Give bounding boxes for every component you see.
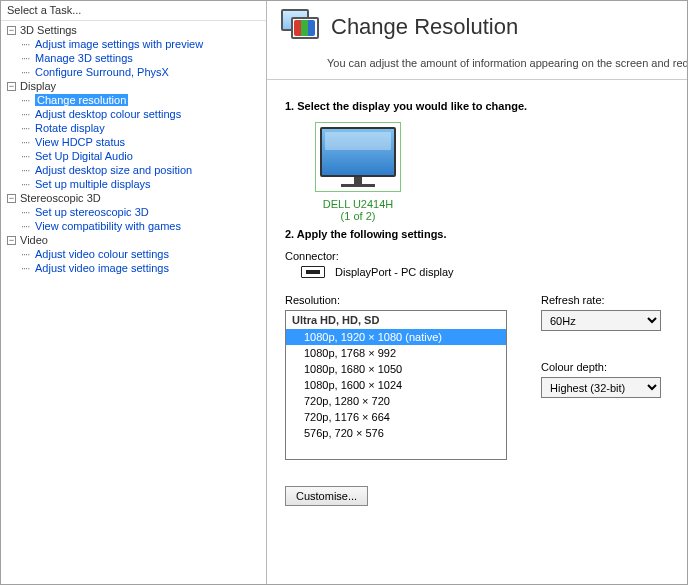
resolution-label: Resolution: xyxy=(285,294,507,306)
colour-depth-select[interactable]: Highest (32-bit) xyxy=(541,377,661,398)
tree-item[interactable]: ····Manage 3D settings xyxy=(21,51,266,65)
resolution-option[interactable]: 720p, 1280 × 720 xyxy=(286,393,506,409)
minus-icon[interactable]: − xyxy=(7,26,16,35)
tree-item[interactable]: ····Adjust desktop colour settings xyxy=(21,107,266,121)
step2-title: 2. Apply the following settings. xyxy=(285,228,687,240)
task-tree: −3D Settings····Adjust image settings wi… xyxy=(1,21,266,584)
tree-item-label: Set up multiple displays xyxy=(35,178,151,190)
tree-item-label: Set up stereoscopic 3D xyxy=(35,206,149,218)
tree-connector-icon: ···· xyxy=(21,122,35,134)
tree-connector-icon: ···· xyxy=(21,262,35,274)
colour-depth-label: Colour depth: xyxy=(541,361,661,373)
tree-item-label: Adjust image settings with preview xyxy=(35,38,203,50)
tree-item-label: View compatibility with games xyxy=(35,220,181,232)
tree-item-label: Rotate display xyxy=(35,122,105,134)
tree-item-label: Adjust desktop colour settings xyxy=(35,108,181,120)
page-title: Change Resolution xyxy=(331,14,518,40)
tree-item[interactable]: ····Adjust image settings with preview xyxy=(21,37,266,51)
tree-group-video[interactable]: −Video xyxy=(3,233,266,247)
tree-item[interactable]: ····Rotate display xyxy=(21,121,266,135)
tree-connector-icon: ···· xyxy=(21,178,35,190)
resolution-listbox[interactable]: Ultra HD, HD, SD 1080p, 1920 × 1080 (nat… xyxy=(285,310,507,460)
resolution-option[interactable]: 576p, 720 × 576 xyxy=(286,425,506,441)
main-header: Change Resolution xyxy=(267,1,687,51)
tree-item-label: Set Up Digital Audio xyxy=(35,150,133,162)
tree-item[interactable]: ····Configure Surround, PhysX xyxy=(21,65,266,79)
resolution-option[interactable]: 1080p, 1680 × 1050 xyxy=(286,361,506,377)
minus-icon[interactable]: − xyxy=(7,194,16,203)
tree-item-label: Change resolution xyxy=(35,94,128,106)
task-sidebar: Select a Task... −3D Settings····Adjust … xyxy=(1,1,267,584)
tree-item-label: Configure Surround, PhysX xyxy=(35,66,169,78)
sidebar-header: Select a Task... xyxy=(1,1,266,21)
change-resolution-icon xyxy=(281,9,321,45)
tree-item-label: Adjust video colour settings xyxy=(35,248,169,260)
tree-item[interactable]: ····Change resolution xyxy=(21,93,266,107)
tree-group-stereoscopic-3d[interactable]: −Stereoscopic 3D xyxy=(3,191,266,205)
resolution-option[interactable]: 720p, 1176 × 664 xyxy=(286,409,506,425)
tree-item[interactable]: ····Adjust video colour settings xyxy=(21,247,266,261)
resolution-option[interactable]: 1080p, 1768 × 992 xyxy=(286,345,506,361)
tree-item[interactable]: ····View HDCP status xyxy=(21,135,266,149)
header-divider xyxy=(267,79,687,80)
display-name: DELL U2414H xyxy=(303,198,413,210)
tree-connector-icon: ···· xyxy=(21,66,35,78)
tree-item[interactable]: ····View compatibility with games xyxy=(21,219,266,233)
content-area: 1. Select the display you would like to … xyxy=(267,94,687,506)
tree-connector-icon: ···· xyxy=(21,150,35,162)
page-subtitle: You can adjust the amount of information… xyxy=(267,51,687,79)
tree-item[interactable]: ····Adjust desktop size and position xyxy=(21,163,266,177)
tree-group-3d-settings[interactable]: −3D Settings xyxy=(3,23,266,37)
customise-button[interactable]: Customise... xyxy=(285,486,368,506)
display-sub: (1 of 2) xyxy=(303,210,413,222)
tree-item[interactable]: ····Set up stereoscopic 3D xyxy=(21,205,266,219)
tree-item-label: Manage 3D settings xyxy=(35,52,133,64)
minus-icon[interactable]: − xyxy=(7,236,16,245)
tree-connector-icon: ···· xyxy=(21,248,35,260)
tree-connector-icon: ···· xyxy=(21,38,35,50)
resolution-option[interactable]: 1080p, 1600 × 1024 xyxy=(286,377,506,393)
refresh-rate-select[interactable]: 60Hz xyxy=(541,310,661,331)
step1-title: 1. Select the display you would like to … xyxy=(285,100,687,112)
tree-item[interactable]: ····Adjust video image settings xyxy=(21,261,266,275)
main-panel: Change Resolution You can adjust the amo… xyxy=(267,1,687,584)
tree-connector-icon: ···· xyxy=(21,108,35,120)
tree-connector-icon: ···· xyxy=(21,94,35,106)
tree-group-label: Display xyxy=(20,80,56,92)
tree-group-label: Video xyxy=(20,234,48,246)
connector-value: DisplayPort - PC display xyxy=(335,266,454,278)
resolution-group-header: Ultra HD, HD, SD xyxy=(286,311,506,329)
displayport-icon xyxy=(301,266,325,278)
display-selector[interactable]: DELL U2414H (1 of 2) xyxy=(303,122,413,222)
resolution-option[interactable]: 1080p, 1920 × 1080 (native) xyxy=(286,329,506,345)
tree-connector-icon: ···· xyxy=(21,220,35,232)
connector-row: DisplayPort - PC display xyxy=(301,266,687,278)
tree-group-label: Stereoscopic 3D xyxy=(20,192,101,204)
tree-item[interactable]: ····Set Up Digital Audio xyxy=(21,149,266,163)
tree-connector-icon: ···· xyxy=(21,52,35,64)
refresh-rate-label: Refresh rate: xyxy=(541,294,661,306)
tree-item-label: View HDCP status xyxy=(35,136,125,148)
tree-item-label: Adjust desktop size and position xyxy=(35,164,192,176)
display-caption: DELL U2414H (1 of 2) xyxy=(303,198,413,222)
tree-connector-icon: ···· xyxy=(21,136,35,148)
tree-connector-icon: ···· xyxy=(21,206,35,218)
tree-group-display[interactable]: −Display xyxy=(3,79,266,93)
monitor-icon xyxy=(320,127,396,187)
tree-item-label: Adjust video image settings xyxy=(35,262,169,274)
connector-label: Connector: xyxy=(285,250,687,262)
tree-item[interactable]: ····Set up multiple displays xyxy=(21,177,266,191)
tree-group-label: 3D Settings xyxy=(20,24,77,36)
app-window: Select a Task... −3D Settings····Adjust … xyxy=(0,0,688,585)
tree-connector-icon: ···· xyxy=(21,164,35,176)
minus-icon[interactable]: − xyxy=(7,82,16,91)
